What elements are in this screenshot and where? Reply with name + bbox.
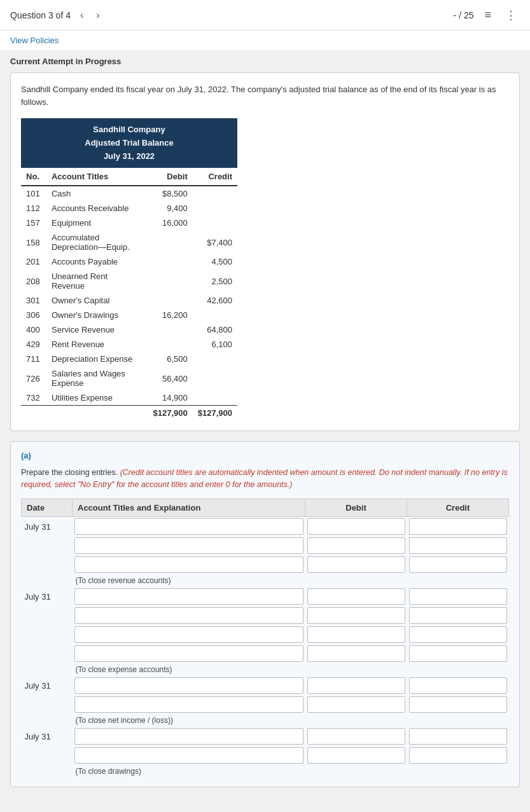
entry-debit-cell bbox=[305, 746, 407, 765]
row-title: Unearned Rent Revenue bbox=[46, 269, 148, 293]
entry-row bbox=[22, 695, 509, 714]
entry-debit-cell bbox=[305, 625, 407, 644]
top-bar-left: Question 3 of 4 ‹ › bbox=[10, 8, 103, 22]
entry-debit-cell bbox=[305, 606, 407, 625]
trial-balance-wrapper: Sandhill Company Adjusted Trial Balance … bbox=[21, 118, 237, 420]
row-credit: $127,900 bbox=[193, 406, 237, 421]
credit-input-2-1[interactable] bbox=[409, 696, 507, 713]
part-a-box: (a) Prepare the closing entries. (Credit… bbox=[10, 441, 520, 787]
current-attempt-label: Current Attempt in Progress bbox=[10, 57, 520, 66]
debit-input-3-1[interactable] bbox=[307, 747, 405, 764]
question-box: Sandhill Company ended its fiscal year o… bbox=[10, 72, 520, 431]
credit-input-0-2[interactable] bbox=[409, 556, 507, 573]
account-input-0-1[interactable] bbox=[74, 537, 303, 554]
credit-input-3-1[interactable] bbox=[409, 747, 507, 764]
entry-account-cell bbox=[73, 625, 305, 644]
row-no: 400 bbox=[21, 322, 46, 337]
account-input-0-0[interactable] bbox=[74, 518, 303, 535]
entry-note-text: (To close expense accounts) bbox=[73, 663, 509, 676]
entry-note-date bbox=[22, 714, 73, 727]
trial-balance-table: No. Account Titles Debit Credit 101 Cash… bbox=[21, 168, 237, 420]
th-debit: Debit bbox=[305, 499, 407, 516]
credit-input-1-2[interactable] bbox=[409, 626, 507, 643]
next-question-button[interactable]: › bbox=[93, 8, 102, 22]
credit-input-1-3[interactable] bbox=[409, 645, 507, 662]
entry-row: July 31 bbox=[22, 516, 509, 536]
row-no: 158 bbox=[21, 230, 46, 254]
tb-title: Adjusted Trial Balance bbox=[29, 137, 230, 150]
table-row: 157 Equipment 16,000 bbox=[21, 216, 237, 230]
row-no: 429 bbox=[21, 337, 46, 352]
col-credit-header: Credit bbox=[193, 168, 237, 186]
account-input-0-2[interactable] bbox=[74, 556, 303, 573]
credit-input-3-0[interactable] bbox=[409, 728, 507, 745]
account-input-1-2[interactable] bbox=[74, 626, 303, 643]
debit-input-2-1[interactable] bbox=[307, 696, 405, 713]
entry-account-cell bbox=[73, 606, 305, 625]
debit-input-1-2[interactable] bbox=[307, 626, 405, 643]
part-a-label: (a) bbox=[21, 451, 509, 460]
table-row: 732 Utilities Expense 14,900 bbox=[21, 390, 237, 406]
entry-account-cell bbox=[73, 587, 305, 606]
account-input-1-1[interactable] bbox=[74, 607, 303, 624]
view-policies-link[interactable]: View Policies bbox=[10, 36, 59, 45]
account-input-1-3[interactable] bbox=[74, 645, 303, 662]
debit-input-3-0[interactable] bbox=[307, 728, 405, 745]
credit-input-1-0[interactable] bbox=[409, 588, 507, 605]
table-row: 429 Rent Revenue 6,100 bbox=[21, 337, 237, 352]
credit-input-0-1[interactable] bbox=[409, 537, 507, 554]
table-row: 208 Unearned Rent Revenue 2,500 bbox=[21, 269, 237, 293]
entry-credit-cell bbox=[407, 676, 509, 695]
account-input-3-1[interactable] bbox=[74, 747, 303, 764]
debit-input-0-2[interactable] bbox=[307, 556, 405, 573]
credit-input-2-0[interactable] bbox=[409, 677, 507, 694]
entry-credit-cell bbox=[407, 516, 509, 536]
row-credit bbox=[193, 390, 237, 406]
entry-credit-cell bbox=[407, 746, 509, 765]
account-input-2-0[interactable] bbox=[74, 677, 303, 694]
table-row: $127,900 $127,900 bbox=[21, 406, 237, 421]
debit-input-0-0[interactable] bbox=[307, 518, 405, 535]
entry-debit-cell bbox=[305, 676, 407, 695]
row-debit: 9,400 bbox=[148, 201, 193, 216]
instruction-plain: Prepare the closing entries. bbox=[21, 468, 120, 477]
debit-input-0-1[interactable] bbox=[307, 537, 405, 554]
entry-note-row: (To close expense accounts) bbox=[22, 663, 509, 676]
account-input-2-1[interactable] bbox=[74, 696, 303, 713]
row-credit: 6,100 bbox=[193, 337, 237, 352]
table-row: 301 Owner's Capital 42,600 bbox=[21, 293, 237, 308]
row-title: Accounts Payable bbox=[46, 254, 148, 269]
account-input-1-0[interactable] bbox=[74, 588, 303, 605]
entry-account-cell bbox=[73, 536, 305, 555]
entry-date-cell: July 31 bbox=[22, 727, 73, 765]
debit-input-2-0[interactable] bbox=[307, 677, 405, 694]
debit-input-1-3[interactable] bbox=[307, 645, 405, 662]
row-debit: 14,900 bbox=[148, 390, 193, 406]
row-credit: $7,400 bbox=[193, 230, 237, 254]
entry-row: July 31 bbox=[22, 676, 509, 695]
col-no-header: No. bbox=[21, 168, 46, 186]
row-title: Depreciation Expense bbox=[46, 352, 148, 366]
row-debit bbox=[148, 269, 193, 293]
tb-company: Sandhill Company bbox=[29, 123, 230, 137]
row-credit bbox=[193, 216, 237, 230]
prev-question-button[interactable]: ‹ bbox=[77, 8, 87, 22]
row-credit bbox=[193, 366, 237, 390]
credit-input-1-1[interactable] bbox=[409, 607, 507, 624]
entry-note-date bbox=[22, 765, 73, 778]
entry-row bbox=[22, 644, 509, 663]
debit-input-1-0[interactable] bbox=[307, 588, 405, 605]
row-no: 301 bbox=[21, 293, 46, 308]
credit-input-0-0[interactable] bbox=[409, 518, 507, 535]
debit-input-1-1[interactable] bbox=[307, 607, 405, 624]
entry-account-cell bbox=[73, 746, 305, 765]
top-bar: Question 3 of 4 ‹ › - / 25 ≡ ⋮ bbox=[0, 0, 530, 31]
list-icon-button[interactable]: ≡ bbox=[481, 7, 494, 23]
account-input-3-0[interactable] bbox=[74, 728, 303, 745]
more-options-button[interactable]: ⋮ bbox=[502, 7, 520, 24]
row-debit bbox=[148, 293, 193, 308]
main-content: Current Attempt in Progress Sandhill Com… bbox=[0, 50, 530, 804]
table-row: 158 Accumulated Depreciation—Equip. $7,4… bbox=[21, 230, 237, 254]
score-label: - / 25 bbox=[454, 10, 474, 20]
row-no: 208 bbox=[21, 269, 46, 293]
